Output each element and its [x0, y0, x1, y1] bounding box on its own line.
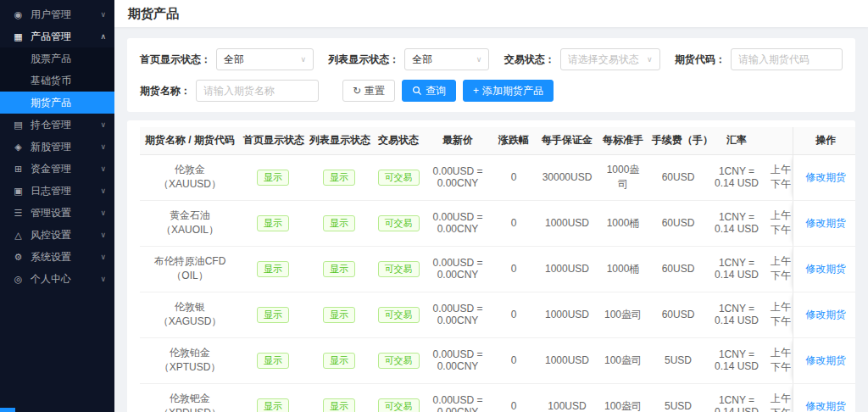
home-status-select[interactable]: 全部 ∨	[216, 48, 314, 70]
list-status-cell: 显示	[306, 337, 372, 383]
margin-per-lot: 100USD	[537, 383, 598, 412]
change-percent: 0	[491, 154, 537, 200]
new-stock-icon: ◈	[12, 142, 25, 153]
sidebar-item-label: 风控设置	[31, 228, 100, 242]
home-status-value: 全部	[224, 53, 244, 67]
page-title: 期货产品	[128, 6, 179, 22]
trade-time-am: 上午：	[771, 346, 788, 360]
edit-futures-link[interactable]: 修改期货	[805, 400, 846, 412]
sidebar-item-profile-center[interactable]: ◎个人中心∨	[0, 268, 114, 290]
trade-status-cell: 可交易	[372, 383, 425, 412]
trade-status-placeholder: 请选择交易状态	[568, 53, 639, 67]
edit-futures-link[interactable]: 修改期货	[805, 354, 846, 366]
sidebar-subitem-stock-products[interactable]: 股票产品	[0, 47, 114, 70]
edit-futures-link[interactable]: 修改期货	[805, 263, 846, 275]
list-status-badge: 显示	[323, 307, 355, 323]
sidebar-item-system-settings[interactable]: ⚙系统设置∨	[0, 246, 114, 268]
per-standard-lot: 1000桶	[598, 200, 648, 246]
trade-time-am: 上午：	[771, 300, 788, 315]
search-icon	[412, 86, 422, 96]
content-area: 首页显示状态： 全部 ∨ 列表显示状态： 全部 ∨	[114, 27, 868, 412]
trade-time-am: 上午：	[771, 392, 788, 406]
trade-time-cell: 上午：下午：	[765, 383, 793, 412]
chevron-down-icon: ∨	[100, 164, 106, 173]
change-percent: 0	[491, 200, 537, 246]
sidebar-item-position-management[interactable]: ▤持仓管理∨	[0, 114, 114, 136]
action-cell: 修改期货	[793, 246, 855, 292]
chevron-down-icon: ∨	[100, 142, 106, 151]
futures-name: 伦敦金（XAUUSD）	[140, 154, 240, 200]
sidebar-item-risk-settings[interactable]: △风控设置∨	[0, 224, 114, 246]
add-futures-button[interactable]: + 添加期货产品	[463, 80, 554, 102]
list-status-cell: 显示	[306, 154, 372, 200]
action-cell: 修改期货	[793, 200, 855, 246]
chevron-down-icon: ∨	[647, 55, 653, 64]
reset-button-label: 重置	[364, 84, 385, 98]
list-status-select[interactable]: 全部 ∨	[404, 48, 489, 70]
chevron-down-icon: ∨	[300, 55, 306, 64]
app-window: ◉用户管理∨▦产品管理∧股票产品基础货币期货产品▤持仓管理∨◈新股管理∨⊞资金管…	[0, 0, 868, 412]
list-status-cell: 显示	[306, 246, 372, 292]
trade-status-badge: 可交易	[378, 307, 420, 323]
sidebar-item-user-management[interactable]: ◉用户管理∨	[0, 3, 114, 25]
edit-futures-link[interactable]: 修改期货	[805, 309, 846, 320]
chevron-down-icon: ∨	[100, 253, 106, 261]
filter-trade-status: 交易状态： 请选择交易状态 ∨	[504, 48, 660, 70]
column-header: 每手保证金	[537, 127, 598, 154]
home-status-badge: 显示	[257, 261, 289, 277]
home-status-badge: 显示	[257, 398, 289, 412]
trade-time-cell: 上午：下午：	[765, 246, 793, 292]
fee-per-lot: 60USD	[648, 292, 708, 337]
futures-name-input[interactable]	[196, 80, 319, 102]
trade-time-am: 上午：	[771, 254, 788, 269]
sidebar-item-admin-settings[interactable]: ☰管理设置∨	[0, 202, 114, 224]
sidebar-subitem-futures-products[interactable]: 期货产品	[0, 92, 114, 114]
home-status-cell: 显示	[240, 154, 306, 200]
sidebar-item-log-management[interactable]: ▣日志管理∨	[0, 180, 114, 202]
sidebar-item-label: 系统设置	[31, 250, 100, 264]
trade-status-cell: 可交易	[372, 246, 425, 292]
table-header-row: 期货名称 / 期货代码首页显示状态列表显示状态交易状态最新价涨跌幅每手保证金每标…	[140, 127, 855, 154]
trade-time-pm: 下午：	[771, 223, 788, 237]
sidebar-item-label: 产品管理	[31, 30, 100, 44]
query-button-label: 查询	[426, 84, 446, 98]
home-status-cell: 显示	[240, 383, 306, 412]
edit-futures-link[interactable]: 修改期货	[805, 217, 846, 229]
home-status-badge: 显示	[257, 307, 289, 323]
sidebar-subitem-base-currency[interactable]: 基础货币	[0, 70, 114, 92]
admin-settings-icon: ☰	[12, 208, 25, 219]
sidebar-item-funds-management[interactable]: ⊞资金管理∨	[0, 158, 114, 180]
exchange-rate: 1CNY = 0.14 USD	[708, 337, 765, 383]
futures-table-card: 期货名称 / 期货代码首页显示状态列表显示状态交易状态最新价涨跌幅每手保证金每标…	[127, 120, 855, 412]
plus-icon: +	[473, 86, 479, 96]
futures-table-body: 伦敦金（XAUUSD）显示显示可交易0.00USD = 0.00CNY03000…	[140, 154, 855, 412]
list-status-cell: 显示	[306, 292, 372, 337]
trade-time-pm: 下午：	[771, 269, 788, 283]
futures-name: 伦敦铂金（XPTUSD）	[140, 337, 240, 383]
list-status-badge: 显示	[323, 353, 355, 369]
edit-futures-link[interactable]: 修改期货	[805, 171, 846, 183]
filter-row-1: 首页显示状态： 全部 ∨ 列表显示状态： 全部 ∨	[140, 48, 843, 70]
filter-row-2: 期货名称： ↻ 重置 查询	[140, 80, 843, 102]
trade-status-cell: 可交易	[372, 200, 425, 246]
trade-status-badge: 可交易	[378, 398, 420, 412]
sidebar-item-new-stock-management[interactable]: ◈新股管理∨	[0, 136, 114, 158]
home-status-cell: 显示	[240, 292, 306, 337]
main-area: 期货产品 首页显示状态： 全部 ∨ 列表显示状态： 全部	[114, 0, 868, 412]
chevron-down-icon: ∨	[100, 187, 106, 195]
column-header: 最新价	[425, 127, 491, 154]
sidebar-scrollbar-thumb[interactable]	[0, 408, 15, 412]
futures-code-input[interactable]	[731, 48, 843, 70]
sidebar-menu: ◉用户管理∨▦产品管理∧股票产品基础货币期货产品▤持仓管理∨◈新股管理∨⊞资金管…	[0, 3, 114, 290]
table-row: 黄金石油（XAUOIL）显示显示可交易0.00USD = 0.00CNY0100…	[140, 200, 855, 246]
margin-per-lot: 1000USD	[537, 200, 598, 246]
latest-price: 0.00USD = 0.00CNY	[425, 337, 491, 383]
sidebar-item-product-management[interactable]: ▦产品管理∧	[0, 25, 114, 47]
trade-status-select[interactable]: 请选择交易状态 ∨	[560, 48, 660, 70]
exchange-rate: 1CNY = 0.14 USD	[708, 383, 765, 412]
trade-status-badge: 可交易	[378, 261, 420, 277]
query-button[interactable]: 查询	[402, 80, 456, 102]
chevron-down-icon: ∨	[476, 55, 482, 64]
reset-button[interactable]: ↻ 重置	[342, 80, 395, 102]
home-status-cell: 显示	[240, 200, 306, 246]
